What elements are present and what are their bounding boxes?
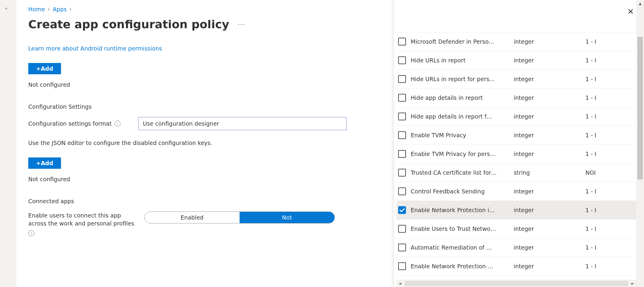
config-key-value: 1 - I: [585, 263, 642, 269]
row-checkbox[interactable]: [398, 169, 406, 176]
row-checkbox[interactable]: [398, 150, 406, 158]
config-key-name: Hide app details in report f…: [411, 113, 509, 120]
breadcrumb-apps[interactable]: Apps: [53, 6, 67, 12]
config-key-value: 1 - I: [585, 113, 642, 120]
config-key-value: 1 - I: [585, 38, 642, 45]
toggle-not-configured[interactable]: Not: [240, 212, 334, 223]
config-key-name: Hide URLs in report for pers…: [411, 76, 509, 82]
config-key-value: NOI: [585, 169, 642, 176]
config-key-type: integer: [514, 57, 581, 64]
config-key-type: integer: [514, 113, 581, 120]
config-key-row[interactable]: Enable TVM Privacy for pers…integer1 - I: [396, 145, 644, 163]
config-key-row[interactable]: Hide app details in reportinteger1 - I: [396, 89, 644, 107]
config-key-name: Control Feedback Sending: [411, 188, 509, 195]
nav-rail: «: [0, 0, 12, 287]
config-key-name: Hide URLs in report: [411, 57, 509, 64]
config-key-type: integer: [514, 151, 581, 157]
config-key-type: integer: [514, 132, 581, 138]
chevron-right-icon: ›: [70, 7, 71, 12]
config-key-name: Enable Network Protection i…: [411, 207, 509, 213]
config-key-value: 1 - I: [585, 57, 642, 64]
config-format-select[interactable]: Use configuration designer: [138, 117, 347, 130]
page-title: Create app configuration policy: [28, 18, 229, 31]
config-key-value: 1 - I: [585, 94, 642, 101]
connected-apps-toggle[interactable]: Enabled Not: [144, 212, 335, 223]
config-key-value: 1 - I: [585, 244, 642, 251]
config-key-name: Enable Users to Trust Netwo…: [411, 226, 509, 232]
scroll-left-icon[interactable]: ◄: [396, 280, 404, 287]
row-checkbox[interactable]: [398, 94, 406, 102]
config-format-label: Configuration settings format i: [28, 120, 138, 127]
config-key-type: string: [514, 169, 581, 176]
config-key-value: 1 - I: [585, 76, 642, 82]
collapse-nav-icon[interactable]: «: [5, 6, 8, 287]
config-keys-grid: Microsoft Defender in Perso…integer1 - I…: [396, 32, 644, 276]
config-key-row[interactable]: Hide URLs in report for pers…integer1 - …: [396, 70, 644, 89]
config-key-row[interactable]: Trusted CA certificate list for…stringNO…: [396, 163, 644, 182]
config-key-row[interactable]: Enable Network Protection …integer1 - I: [396, 257, 644, 276]
config-key-row[interactable]: Automatic Remediation of …integer1 - I: [396, 238, 644, 257]
config-key-type: integer: [514, 188, 581, 195]
config-key-name: Automatic Remediation of …: [411, 244, 509, 251]
config-key-type: integer: [514, 207, 581, 213]
chevron-right-icon: ›: [48, 7, 50, 12]
breadcrumb-home[interactable]: Home: [28, 6, 45, 12]
row-checkbox[interactable]: [398, 113, 406, 120]
config-key-row[interactable]: Enable Network Protection i…integer1 - I: [396, 201, 644, 220]
row-checkbox[interactable]: [398, 244, 406, 251]
row-checkbox[interactable]: [398, 262, 406, 270]
config-key-name: Hide app details in report: [411, 94, 509, 101]
config-key-value: 1 - I: [585, 207, 642, 213]
config-key-value: 1 - I: [585, 226, 642, 232]
config-key-type: integer: [514, 38, 581, 45]
config-keys-panel: ✕ Microsoft Defender in Perso…integer1 -…: [394, 0, 644, 287]
row-checkbox[interactable]: [398, 38, 406, 45]
config-key-name: Enable Network Protection …: [411, 263, 509, 269]
config-key-type: integer: [514, 94, 581, 101]
info-icon[interactable]: i: [115, 121, 121, 127]
connected-apps-description: Enable users to connect this app across …: [28, 212, 138, 236]
scroll-up-icon[interactable]: ▲: [637, 0, 644, 7]
add-permission-button[interactable]: +Add: [28, 63, 61, 74]
config-key-value: 1 - I: [585, 188, 642, 195]
config-key-value: 1 - I: [585, 151, 642, 157]
row-checkbox[interactable]: [398, 131, 406, 139]
more-actions-icon[interactable]: ···: [237, 21, 246, 28]
row-checkbox[interactable]: [398, 225, 406, 233]
config-key-row[interactable]: Enable Users to Trust Netwo…integer1 - I: [396, 220, 644, 238]
config-key-type: integer: [514, 76, 581, 82]
config-key-name: Enable TVM Privacy for pers…: [411, 151, 509, 157]
add-config-key-button[interactable]: +Add: [28, 157, 61, 169]
row-checkbox[interactable]: [398, 75, 406, 83]
config-key-type: integer: [514, 263, 581, 269]
config-key-name: Enable TVM Privacy: [411, 132, 509, 138]
config-key-row[interactable]: Control Feedback Sendinginteger1 - I: [396, 182, 644, 201]
config-key-row[interactable]: Enable TVM Privacyinteger1 - I: [396, 126, 644, 145]
row-checkbox[interactable]: [398, 56, 406, 64]
scroll-right-icon[interactable]: ►: [629, 280, 636, 287]
config-key-name: Trusted CA certificate list for…: [411, 169, 509, 176]
horizontal-scrollbar[interactable]: ◄ ►: [396, 280, 636, 287]
config-key-value: 1 - I: [585, 132, 642, 138]
info-icon[interactable]: i: [28, 230, 34, 236]
config-key-type: integer: [514, 226, 581, 232]
vertical-scrollbar[interactable]: ▲: [636, 0, 644, 287]
config-key-name: Microsoft Defender in Perso…: [411, 38, 509, 45]
config-key-row[interactable]: Microsoft Defender in Perso…integer1 - I: [396, 32, 644, 51]
config-key-row[interactable]: Hide app details in report f…integer1 - …: [396, 107, 644, 126]
row-checkbox[interactable]: [398, 187, 406, 195]
config-key-type: integer: [514, 244, 581, 251]
toggle-enabled[interactable]: Enabled: [145, 212, 240, 223]
config-key-row[interactable]: Hide URLs in reportinteger1 - I: [396, 51, 644, 70]
row-checkbox[interactable]: [398, 206, 406, 214]
